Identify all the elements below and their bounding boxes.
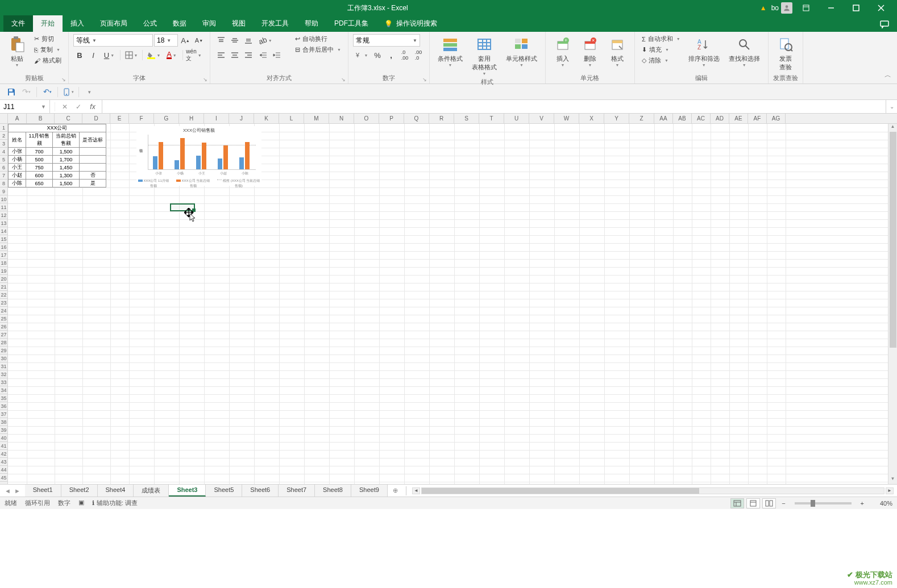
touch-mode-icon[interactable]: ▾ (61, 85, 75, 99)
sheet-tab[interactable]: Sheet2 (61, 485, 98, 497)
row-header[interactable]: 25 (0, 315, 7, 323)
column-header[interactable]: AG (767, 114, 786, 123)
row-header[interactable]: 36 (0, 402, 7, 410)
embedded-chart[interactable]: XXX公司销售额 销售额 小张小杨小王小赵小陈 XXX公司 11月销售额 XXX… (136, 126, 261, 186)
align-top-icon[interactable] (215, 34, 227, 47)
save-icon[interactable] (5, 85, 18, 99)
row-header[interactable]: 3 (0, 140, 7, 148)
tab-PDF工具集[interactable]: PDF工具集 (326, 15, 376, 32)
row-header[interactable]: 30 (0, 355, 7, 362)
column-header[interactable]: L (279, 114, 304, 123)
invoice-verify-button[interactable]: 发票 查验 (773, 34, 798, 73)
insert-cells-button[interactable]: +插入▼ (550, 34, 575, 68)
column-header[interactable]: AF (748, 114, 767, 123)
row-header[interactable]: 35 (0, 394, 7, 402)
column-header[interactable]: G (154, 114, 179, 123)
column-header[interactable]: H (179, 114, 204, 123)
column-header[interactable]: X (579, 114, 604, 123)
decrease-decimal-icon[interactable]: .00.0 (412, 49, 425, 61)
status-accessibility[interactable]: ℹ辅助功能: 调查 (92, 499, 138, 507)
tab-插入[interactable]: 插入 (63, 15, 92, 32)
cell-styles-button[interactable]: 单元格样式▼ (503, 34, 541, 68)
row-header[interactable]: 12 (0, 211, 7, 219)
cut-button[interactable]: ✂剪切 (32, 34, 64, 44)
row-header[interactable]: 28 (0, 339, 7, 347)
number-format-combo[interactable]: 常规▼ (353, 34, 420, 47)
row-header[interactable]: 2 (0, 132, 7, 140)
fx-icon[interactable]: fx (86, 103, 99, 111)
format-as-table-button[interactable]: 套用 表格格式▼ (468, 34, 500, 77)
cancel-formula-icon[interactable]: ✕ (59, 103, 71, 111)
delete-cells-button[interactable]: ×删除▼ (578, 34, 603, 68)
align-right-icon[interactable] (242, 49, 255, 61)
column-header[interactable]: B (27, 114, 55, 123)
row-header[interactable]: 44 (0, 466, 7, 474)
view-page-break-icon[interactable] (762, 498, 776, 508)
column-header[interactable]: W (554, 114, 579, 123)
tab-数据[interactable]: 数据 (165, 15, 194, 32)
launcher-icon[interactable]: ↘ (203, 77, 207, 82)
bold-icon[interactable]: B (73, 49, 86, 61)
column-header[interactable]: I (204, 114, 229, 123)
column-header[interactable]: U (504, 114, 529, 123)
align-center-icon[interactable] (229, 49, 241, 61)
enter-formula-icon[interactable]: ✓ (72, 103, 85, 111)
row-header[interactable]: 10 (0, 195, 7, 203)
horizontal-scrollbar[interactable]: ◄ ► (412, 486, 894, 495)
macro-record-icon[interactable]: ▣ (78, 499, 84, 507)
row-header[interactable]: 32 (0, 370, 7, 378)
find-select-button[interactable]: 查找和选择▼ (725, 34, 763, 68)
sheet-tab[interactable]: Sheet9 (351, 485, 388, 497)
decrease-font-icon[interactable]: A▼ (193, 34, 205, 47)
row-header[interactable]: 33 (0, 378, 7, 386)
underline-icon[interactable]: U▼ (101, 49, 118, 61)
add-sheet-button[interactable]: ⊕ (388, 487, 404, 494)
tab-公式[interactable]: 公式 (135, 15, 165, 32)
formula-input[interactable] (102, 100, 886, 113)
row-header[interactable]: 9 (0, 187, 7, 195)
row-header[interactable]: 42 (0, 450, 7, 458)
row-header[interactable]: 16 (0, 243, 7, 251)
row-header[interactable]: 26 (0, 323, 7, 331)
tab-开发工具[interactable]: 开发工具 (254, 15, 297, 32)
font-color-icon[interactable]: A▼ (163, 49, 180, 61)
column-header[interactable]: AB (673, 114, 692, 123)
tab-页面布局[interactable]: 页面布局 (92, 15, 135, 32)
align-middle-icon[interactable] (229, 34, 241, 47)
row-header[interactable]: 4 (0, 148, 7, 156)
column-header[interactable]: P (379, 114, 404, 123)
sheet-tab[interactable]: Sheet5 (206, 485, 242, 497)
row-header[interactable]: 18 (0, 259, 7, 267)
conditional-format-button[interactable]: 条件格式▼ (434, 34, 466, 68)
sheet-tab[interactable]: Sheet6 (242, 485, 279, 497)
orientation-icon[interactable]: ab▼ (257, 34, 274, 47)
row-header[interactable]: 27 (0, 331, 7, 339)
row-header[interactable]: 6 (0, 164, 7, 172)
zoom-level[interactable]: 40% (870, 500, 892, 507)
column-header[interactable]: E (110, 114, 129, 123)
row-header[interactable]: 22 (0, 291, 7, 299)
phonetic-icon[interactable]: wén文▼ (185, 49, 202, 61)
collapse-ribbon-icon[interactable]: ︿ (884, 70, 891, 80)
format-cells-button[interactable]: 格式▼ (605, 34, 630, 68)
column-header[interactable]: N (329, 114, 354, 123)
ribbon-display-icon[interactable] (795, 0, 817, 16)
tab-审阅[interactable]: 审阅 (194, 15, 224, 32)
row-header[interactable]: 1 (0, 124, 7, 132)
column-header[interactable]: M (304, 114, 329, 123)
align-left-icon[interactable] (215, 49, 227, 61)
row-header[interactable]: 38 (0, 418, 7, 426)
zoom-slider[interactable] (795, 502, 852, 504)
name-box[interactable]: J11▼ (0, 100, 50, 113)
increase-indent-icon[interactable] (271, 49, 283, 61)
merge-center-button[interactable]: ⊟合并后居中▼ (293, 45, 343, 55)
minimize-icon[interactable] (820, 0, 842, 16)
row-header[interactable]: 5 (0, 156, 7, 164)
column-header[interactable]: R (429, 114, 454, 123)
user-avatar-icon[interactable] (781, 2, 792, 14)
redo-icon[interactable]: ↷▾ (19, 85, 33, 99)
font-size-combo[interactable]: 18▼ (154, 34, 178, 47)
expand-formula-bar-icon[interactable]: ⌄ (886, 100, 897, 113)
launcher-icon[interactable]: ↘ (341, 77, 346, 82)
row-header[interactable]: 21 (0, 283, 7, 291)
